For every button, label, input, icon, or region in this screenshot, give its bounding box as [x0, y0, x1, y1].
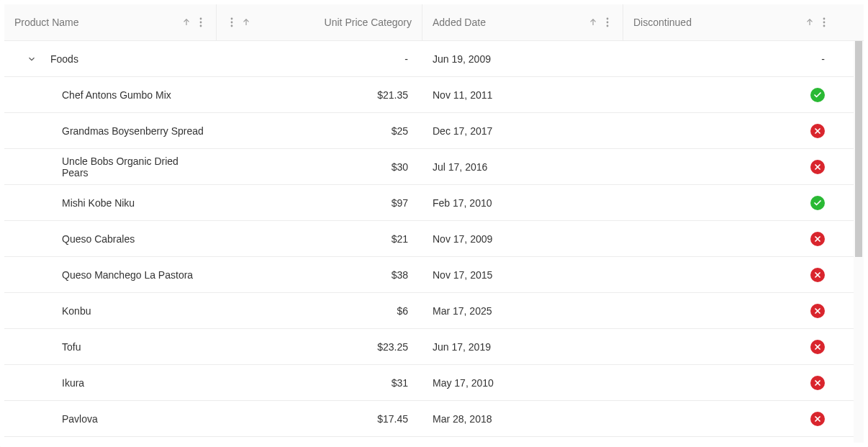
added-date: Dec 17, 2017 — [433, 125, 492, 137]
check-icon — [810, 196, 825, 210]
sort-asc-icon[interactable] — [588, 17, 598, 27]
column-menu-icon[interactable] — [227, 17, 237, 27]
cross-icon — [810, 376, 825, 390]
product-name: Pavlova — [62, 413, 98, 425]
cross-icon — [810, 268, 825, 282]
unit-price: $23.25 — [377, 341, 408, 353]
chevron-down-icon[interactable] — [26, 53, 37, 65]
column-header-date[interactable]: Added Date — [422, 4, 623, 40]
table-row[interactable]: Konbu$6Mar 17, 2025 — [4, 293, 864, 329]
column-label: Added Date — [433, 17, 486, 28]
svg-point-11 — [823, 25, 826, 27]
sort-asc-icon[interactable] — [805, 17, 815, 27]
product-name: Chef Antons Gumbo Mix — [62, 89, 171, 101]
column-menu-icon[interactable] — [602, 17, 612, 27]
svg-point-3 — [231, 18, 233, 20]
column-label: Unit Price Category — [325, 17, 412, 28]
added-date: Feb 17, 2010 — [433, 197, 492, 209]
unit-price: $97 — [392, 197, 408, 209]
scrollbar-thumb[interactable] — [855, 41, 862, 257]
data-grid: Product Name Unit Price Category — [0, 0, 868, 447]
group-row[interactable]: Foods - Jun 19, 2009 - — [4, 41, 864, 77]
svg-point-6 — [607, 18, 609, 20]
column-header-price[interactable]: Unit Price Category — [217, 4, 422, 40]
unit-price: $38 — [392, 269, 408, 281]
table-row[interactable]: Chef Antons Gumbo Mix$21.35Nov 11, 2011 — [4, 77, 864, 113]
scrollbar-track[interactable] — [854, 41, 864, 443]
cross-icon — [810, 232, 825, 246]
unit-price: $31 — [392, 377, 408, 389]
cross-icon — [810, 124, 825, 138]
grid-body: Foods - Jun 19, 2009 - Chef Antons Gumbo… — [4, 41, 864, 443]
group-discontinued: - — [821, 53, 825, 65]
unit-price: $21 — [392, 233, 408, 245]
svg-point-1 — [200, 22, 202, 24]
added-date: Nov 17, 2009 — [433, 233, 492, 245]
column-header-product[interactable]: Product Name — [4, 4, 217, 40]
group-date: Jun 19, 2009 — [433, 53, 491, 65]
added-date: May 17, 2010 — [433, 377, 494, 389]
added-date: Nov 17, 2015 — [433, 269, 492, 281]
product-name: Queso Manchego La Pastora — [62, 269, 193, 281]
unit-price: $17.45 — [377, 413, 408, 425]
added-date: Jul 17, 2016 — [433, 161, 487, 173]
column-menu-icon[interactable] — [819, 17, 829, 27]
unit-price: $30 — [392, 161, 408, 173]
column-label: Product Name — [14, 17, 78, 28]
table-row[interactable]: Pavlova$17.45Mar 28, 2018 — [4, 401, 864, 437]
cross-icon — [810, 340, 825, 354]
table-row[interactable]: Mishi Kobe Niku$97Feb 17, 2010 — [4, 185, 864, 221]
cross-icon — [810, 304, 825, 318]
group-price: - — [404, 53, 408, 65]
product-name: Uncle Bobs Organic Dried Pears — [62, 155, 207, 179]
svg-point-7 — [607, 22, 609, 24]
unit-price: $21.35 — [377, 89, 408, 101]
svg-point-2 — [200, 25, 202, 27]
unit-price: $6 — [397, 305, 408, 317]
table-row[interactable]: Tofu$23.25Jun 17, 2019 — [4, 329, 864, 365]
svg-point-9 — [823, 18, 826, 20]
column-menu-icon[interactable] — [196, 17, 206, 27]
column-header-discontinued[interactable]: Discontinued — [623, 4, 839, 40]
sort-asc-icon[interactable] — [181, 17, 191, 27]
table-row[interactable]: Ikura$31May 17, 2010 — [4, 365, 864, 401]
added-date: Mar 28, 2018 — [433, 413, 492, 425]
table-row[interactable]: Grandmas Boysenberry Spread$25Dec 17, 20… — [4, 113, 864, 149]
svg-point-5 — [231, 25, 233, 27]
added-date: Mar 17, 2025 — [433, 305, 492, 317]
grid-header: Product Name Unit Price Category — [4, 4, 864, 41]
unit-price: $25 — [392, 125, 408, 137]
check-icon — [810, 88, 825, 102]
table-row[interactable]: Uncle Bobs Organic Dried Pears$30Jul 17,… — [4, 149, 864, 185]
svg-point-8 — [607, 25, 609, 27]
cross-icon — [810, 412, 825, 426]
product-name: Tofu — [62, 341, 81, 353]
product-name: Ikura — [62, 377, 84, 389]
table-row[interactable]: Queso Manchego La Pastora$38Nov 17, 2015 — [4, 257, 864, 293]
svg-point-10 — [823, 22, 826, 24]
added-date: Nov 11, 2011 — [433, 89, 492, 101]
column-label: Discontinued — [633, 17, 692, 28]
svg-point-0 — [200, 18, 202, 20]
added-date: Jun 17, 2019 — [433, 341, 491, 353]
svg-point-4 — [231, 22, 233, 24]
product-name: Konbu — [62, 305, 91, 317]
product-name: Grandmas Boysenberry Spread — [62, 125, 204, 137]
product-name: Queso Cabrales — [62, 233, 135, 245]
cross-icon — [810, 160, 825, 174]
table-row[interactable]: Queso Cabrales$21Nov 17, 2009 — [4, 221, 864, 257]
group-label: Foods — [50, 53, 78, 65]
product-name: Mishi Kobe Niku — [62, 197, 135, 209]
sort-asc-icon[interactable] — [241, 17, 251, 27]
